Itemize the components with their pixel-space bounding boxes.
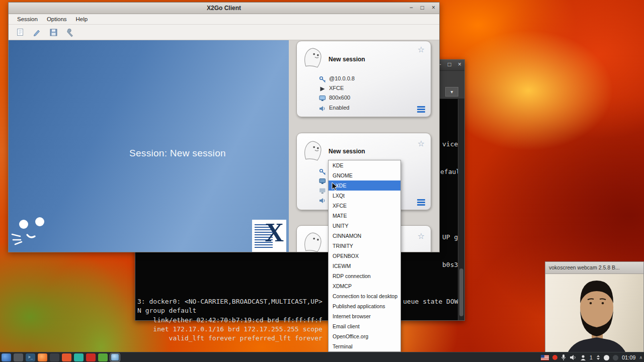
maximize-button[interactable]: □ xyxy=(421,4,424,11)
terminal-profile-dropdown[interactable]: ▾ xyxy=(445,87,458,97)
webcam-window: vokoscreen webcam 2.5.8 B... xyxy=(545,261,644,362)
terminal-line: valid_lft forever preferred_lft forever xyxy=(137,334,323,342)
key-icon xyxy=(319,168,326,175)
taskbar-youtube-icon[interactable] xyxy=(86,353,96,361)
taskbar-firefox-icon[interactable] xyxy=(38,353,47,361)
menu-session[interactable]: Session xyxy=(13,14,42,24)
taskbar: >_ 1 01:09 ∧ xyxy=(0,352,644,362)
menu-options[interactable]: Options xyxy=(42,14,71,24)
webcam-title: vokoscreen webcam 2.5.8 B... xyxy=(549,264,620,270)
volume-icon[interactable] xyxy=(570,354,577,360)
session-label: Session: New session xyxy=(129,148,226,159)
user-icon[interactable] xyxy=(580,354,586,360)
display-icon xyxy=(319,95,326,102)
terminal-scrollbar[interactable] xyxy=(458,99,464,320)
terminal-scrollbar-thumb[interactable] xyxy=(459,268,463,316)
terminal-line: link/ether 02:42:70:b7:19:cd brd ff:ff:f… xyxy=(137,316,323,324)
taskbar-files-icon[interactable] xyxy=(14,353,23,361)
dropdown-item-xfce[interactable]: XFCE xyxy=(329,201,400,211)
webcam-person xyxy=(545,274,643,361)
session-resolution: 800x600 xyxy=(329,95,350,101)
favorite-star-icon[interactable]: ☆ xyxy=(418,46,425,54)
taskbar-mail-icon[interactable] xyxy=(62,353,71,361)
session-type: XFCE xyxy=(329,85,344,91)
dropdown-item-mate[interactable]: MATE xyxy=(329,211,400,221)
dropdown-item-internet-browser[interactable]: Internet browser xyxy=(329,311,400,321)
dropdown-item-xdmcp[interactable]: XDMCP xyxy=(329,281,400,291)
dropdown-item-lxqt[interactable]: LXQt xyxy=(329,191,400,201)
session-card[interactable]: New session ☆ @10.0.0.8 XFCE 800x600 Ena… xyxy=(296,41,431,117)
toolbar xyxy=(9,25,439,40)
keyboard-layout-indicator[interactable]: 1 xyxy=(590,354,593,360)
taskbar-terminal-icon[interactable]: >_ xyxy=(26,353,35,361)
display-icon xyxy=(319,178,326,185)
dropdown-item-openbox[interactable]: OPENBOX xyxy=(329,251,400,261)
terminal-line: ueue state DOW xyxy=(403,298,458,305)
dropdown-item-lxde[interactable]: LXDE xyxy=(329,180,400,191)
dropdown-item-terminal[interactable]: Terminal xyxy=(329,341,400,351)
key-icon xyxy=(319,76,326,83)
screen-icon xyxy=(319,188,326,195)
session-preferences-button[interactable] xyxy=(64,27,75,38)
desktop: − □ × ▾ vice efaul UP gr b0s3 3: docker0… xyxy=(0,0,644,362)
dropdown-item-published-applications[interactable]: Published applications xyxy=(329,301,400,311)
dropdown-item-trinity[interactable]: TRINITY xyxy=(329,241,400,251)
dropdown-item-email-client[interactable]: Email client xyxy=(329,321,400,331)
taskbar-thunderbird-icon[interactable] xyxy=(2,353,11,361)
webcam-titlebar[interactable]: vokoscreen webcam 2.5.8 B... xyxy=(545,262,643,274)
dropdown-item-rdp-connection[interactable]: RDP connection xyxy=(329,271,400,281)
sound-icon xyxy=(319,105,326,112)
favorite-star-icon[interactable]: ☆ xyxy=(418,232,425,240)
microphone-icon[interactable] xyxy=(561,354,566,361)
session-card-title: New session xyxy=(329,56,365,63)
tray-expand-icon[interactable]: ∧ xyxy=(639,355,642,360)
updown-arrows-icon[interactable] xyxy=(596,354,600,360)
floppy-icon xyxy=(49,28,58,37)
terminal-fragment: b0s3 xyxy=(442,261,458,268)
session-sound: Enabled xyxy=(329,105,349,111)
chevron-down-icon: ▾ xyxy=(450,89,453,95)
dropdown-item-cinnamon[interactable]: CINNAMON xyxy=(329,231,400,241)
taskbar-editor-icon[interactable] xyxy=(50,353,59,361)
run-arrow-icon xyxy=(319,85,326,93)
taskbar-package-icon[interactable] xyxy=(98,353,108,361)
status-circle-light-icon[interactable] xyxy=(604,355,609,360)
session-host: @10.0.0.8 xyxy=(329,75,355,81)
x2go-logo: X xyxy=(252,220,286,252)
status-circle-dark-icon[interactable] xyxy=(613,355,618,360)
dropdown-item-unity[interactable]: UNITY xyxy=(329,221,400,231)
clock[interactable]: 01:09 xyxy=(622,354,636,360)
taskbar-x2go-active-icon[interactable] xyxy=(110,353,120,361)
sound-icon xyxy=(319,197,326,204)
ghost-mascot-icon xyxy=(302,45,324,70)
session-card-title: New session xyxy=(329,148,365,155)
wrench-icon xyxy=(65,28,75,37)
mouse-cursor-icon xyxy=(332,182,339,194)
dropdown-item-openoffice[interactable]: OpenOffice.org xyxy=(329,331,400,341)
session-type-dropdown: KDE GNOME LXDE LXQt XFCE MATE UNITY CINN… xyxy=(328,160,401,352)
keyboard-flag-icon[interactable] xyxy=(541,355,549,360)
dropdown-item-gnome[interactable]: GNOME xyxy=(329,170,400,180)
close-button[interactable]: × xyxy=(432,4,435,11)
minimize-button[interactable]: − xyxy=(410,4,413,11)
terminal-maximize-button[interactable]: □ xyxy=(448,61,451,68)
menu-help[interactable]: Help xyxy=(71,14,93,24)
terminal-close-button[interactable]: × xyxy=(458,61,461,68)
taskbar-launchers: >_ xyxy=(0,352,120,362)
dropdown-item-local-desktop[interactable]: Connection to local desktop xyxy=(329,291,400,301)
record-indicator-icon[interactable] xyxy=(552,355,557,360)
new-session-button[interactable] xyxy=(15,27,26,38)
taskbar-messenger-icon[interactable] xyxy=(74,353,84,361)
x2go-titlebar[interactable]: X2Go Client − □ × xyxy=(9,3,439,14)
save-session-button[interactable] xyxy=(48,27,59,38)
dropdown-item-icewm[interactable]: ICEWM xyxy=(329,261,400,271)
dropdown-item-kde[interactable]: KDE xyxy=(329,160,400,170)
mascot-face-icon xyxy=(11,217,53,250)
terminal-fragment: vice xyxy=(442,140,458,148)
session-menu-icon[interactable] xyxy=(417,199,425,207)
pencil-icon xyxy=(32,28,42,37)
terminal-line: N group default xyxy=(137,307,196,314)
favorite-star-icon[interactable]: ☆ xyxy=(418,140,425,148)
session-menu-icon[interactable] xyxy=(417,106,425,114)
edit-session-button[interactable] xyxy=(31,27,42,38)
